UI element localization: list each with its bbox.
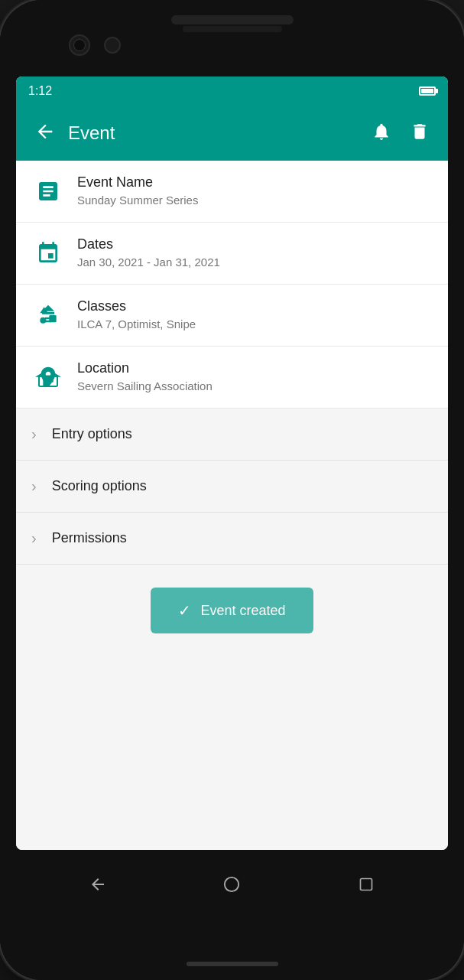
svg-rect-1 <box>49 315 56 322</box>
calendar-icon <box>31 236 65 270</box>
event-name-text: Event Name Sunday Summer Series <box>77 174 433 207</box>
event-name-icon <box>31 174 65 208</box>
camera-left <box>69 34 90 56</box>
screen: 1:12 Event <box>16 77 448 850</box>
nav-back-button[interactable] <box>83 869 113 900</box>
status-bar: 1:12 <box>16 77 448 106</box>
phone-top-area <box>0 0 464 77</box>
snackbar-container: ✓ Event created <box>16 565 448 656</box>
classes-icon <box>31 298 65 332</box>
camera-right <box>104 37 121 54</box>
bottom-nav-bar <box>0 850 464 919</box>
notifications-button[interactable] <box>365 116 397 151</box>
location-subtitle: Severn Sailing Association <box>77 379 433 392</box>
permissions-chevron: › <box>31 529 37 547</box>
phone-frame: 1:12 Event <box>0 0 464 980</box>
app-bar-actions <box>365 116 436 151</box>
camera-bump <box>171 15 294 24</box>
permissions-item[interactable]: › Permissions <box>16 513 448 565</box>
content-area: Event Name Sunday Summer Series Dates Ja… <box>16 161 448 850</box>
entry-options-label: Entry options <box>52 426 132 442</box>
entry-options-chevron: › <box>31 425 37 443</box>
location-title: Location <box>77 360 433 376</box>
battery-icon <box>419 86 436 96</box>
classes-item[interactable]: Classes ILCA 7, Optimist, Snipe <box>16 285 448 347</box>
speaker <box>183 26 282 32</box>
scoring-options-label: Scoring options <box>52 478 147 494</box>
bottom-bump <box>187 962 278 966</box>
event-name-item[interactable]: Event Name Sunday Summer Series <box>16 161 448 223</box>
svg-point-7 <box>225 877 238 891</box>
dates-title: Dates <box>77 236 433 252</box>
location-text: Location Severn Sailing Association <box>77 360 433 392</box>
back-button[interactable] <box>28 115 62 152</box>
scoring-options-chevron: › <box>31 477 37 495</box>
location-icon <box>31 360 65 394</box>
check-icon: ✓ <box>178 601 191 620</box>
nav-recents-button[interactable] <box>351 869 381 900</box>
scoring-options-item[interactable]: › Scoring options <box>16 461 448 513</box>
svg-rect-4 <box>43 380 47 386</box>
event-name-title: Event Name <box>77 174 433 190</box>
dates-subtitle: Jan 30, 2021 - Jan 31, 2021 <box>77 256 433 269</box>
entry-options-item[interactable]: › Entry options <box>16 409 448 461</box>
location-item[interactable]: Location Severn Sailing Association <box>16 347 448 409</box>
dates-text: Dates Jan 30, 2021 - Jan 31, 2021 <box>77 236 433 269</box>
svg-point-2 <box>40 317 46 324</box>
delete-button[interactable] <box>404 116 436 151</box>
dates-item[interactable]: Dates Jan 30, 2021 - Jan 31, 2021 <box>16 223 448 285</box>
status-icons <box>419 86 436 96</box>
snackbar: ✓ Event created <box>151 588 313 633</box>
classes-subtitle: ILCA 7, Optimist, Snipe <box>77 317 433 330</box>
svg-rect-5 <box>49 379 53 383</box>
snackbar-text: Event created <box>200 603 285 619</box>
permissions-label: Permissions <box>52 530 127 546</box>
phone-bottom-area <box>0 919 464 980</box>
app-title: Event <box>68 122 365 144</box>
nav-home-button[interactable] <box>216 869 247 900</box>
classes-title: Classes <box>77 298 433 314</box>
event-name-subtitle: Sunday Summer Series <box>77 194 433 207</box>
app-bar: Event <box>16 106 448 161</box>
status-time: 1:12 <box>28 84 52 98</box>
classes-text: Classes ILCA 7, Optimist, Snipe <box>77 298 433 330</box>
svg-rect-8 <box>361 879 372 890</box>
